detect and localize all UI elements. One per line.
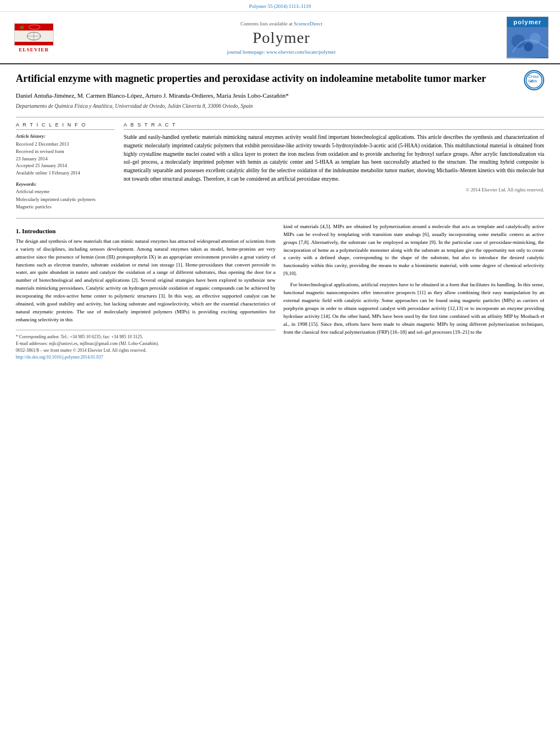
footnote-issn: 0032-3861/$ – see front matter © 2014 El…	[16, 347, 275, 354]
affiliation: Departamento de Química Física y Analíti…	[16, 103, 544, 110]
copyright: © 2014 Elsevier Ltd. All rights reserved…	[124, 187, 544, 193]
body-para-2: kind of materials [4,5]. MIPs are obtain…	[283, 223, 544, 278]
history-revised-date: 23 January 2014	[16, 155, 115, 163]
sciencedirect-line: Contents lists available at ScienceDirec…	[62, 21, 501, 27]
footnotes: * Corresponding author. Tel.: +34 985 10…	[16, 330, 275, 361]
page-container: Polymer 55 (2014) 1113–1119 🌿	[0, 0, 560, 747]
footnote-corresponding: * Corresponding author. Tel.: +34 985 10…	[16, 334, 275, 340]
keyword-3: Magnetic particles	[16, 203, 115, 211]
article-title: Artificial enzyme with magnetic properti…	[16, 72, 544, 85]
keywords-label: Keywords:	[16, 181, 115, 187]
body-para-1: The design and synthesis of new material…	[16, 238, 275, 324]
journal-header: 🌿 ELSEVIER Contents l	[0, 12, 560, 64]
article-content: ✓ Cross Mark Artificial enzyme with magn…	[0, 64, 560, 366]
journal-homepage: journal homepage: www.elsevier.com/locat…	[62, 49, 501, 55]
svg-text:🌿: 🌿	[20, 25, 24, 30]
authors: Daniel Antuña-Jiménez, M. Carmen Blanco-…	[16, 91, 544, 101]
section-divider-1	[16, 117, 544, 117]
abstract-label: A B S T R A C T	[124, 122, 544, 130]
history-received-revised: Received in revised form	[16, 148, 115, 155]
footnote-email: E-mail addresses: mjlc@uniovi.es, mjlboa…	[16, 340, 275, 347]
polymer-logo-image	[507, 27, 548, 58]
footnote-doi: http://dx.doi.org/10.1016/j.polymer.2014…	[16, 354, 275, 361]
journal-center: Contents lists available at ScienceDirec…	[62, 21, 501, 55]
abstract-text: Stable and easily-handled synthetic mate…	[124, 133, 544, 183]
body-para-3: For biotechnological applications, artif…	[283, 281, 544, 337]
top-bar: Polymer 55 (2014) 1113–1119	[0, 0, 560, 12]
sciencedirect-link[interactable]: ScienceDirect	[294, 21, 322, 27]
article-info-col: A R T I C L E I N F O Article history: R…	[16, 122, 115, 211]
elsevier-logo: 🌿 ELSEVIER	[11, 23, 56, 53]
journal-reference: Polymer 55 (2014) 1113–1119	[249, 3, 310, 9]
body-text-right: kind of materials [4,5]. MIPs are obtain…	[283, 223, 544, 337]
polymer-logo-right: polymer	[506, 16, 549, 59]
keyword-2: Molecularly imprinted catalytic polymers	[16, 196, 115, 204]
polymer-logo-label: polymer	[507, 17, 548, 27]
svg-point-10	[524, 42, 533, 51]
svg-text:Mark: Mark	[528, 79, 537, 83]
section-divider-2	[16, 218, 544, 219]
svg-text:Cross: Cross	[528, 75, 539, 78]
body-text-left: The design and synthesis of new material…	[16, 238, 275, 324]
history-available: Available online 1 February 2014	[16, 169, 115, 177]
abstract-col: A B S T R A C T Stable and easily-handle…	[124, 122, 544, 211]
history-accepted: Accepted 25 January 2014	[16, 162, 115, 169]
history-received: Received 2 December 2013	[16, 141, 115, 148]
section1-number: 1.	[16, 228, 20, 234]
crossmark-badge: ✓ Cross Mark	[524, 70, 544, 90]
elsevier-text: ELSEVIER	[19, 47, 49, 53]
section1-title: Introduction	[22, 228, 56, 234]
doi-link[interactable]: http://dx.doi.org/10.1016/j.polymer.2014…	[16, 355, 103, 360]
history-label: Article history:	[16, 133, 115, 139]
journal-title-header: Polymer	[62, 29, 501, 47]
body-left-col: 1. Introduction The design and synthesis…	[16, 223, 275, 361]
body-right-col: kind of materials [4,5]. MIPs are obtain…	[283, 223, 544, 361]
body-content: 1. Introduction The design and synthesis…	[16, 223, 544, 361]
article-info-label: A R T I C L E I N F O	[16, 122, 115, 130]
article-info-abstract: A R T I C L E I N F O Article history: R…	[16, 122, 544, 211]
keyword-1: Artificial enzyme	[16, 188, 115, 196]
section1-heading: 1. Introduction	[16, 228, 275, 234]
